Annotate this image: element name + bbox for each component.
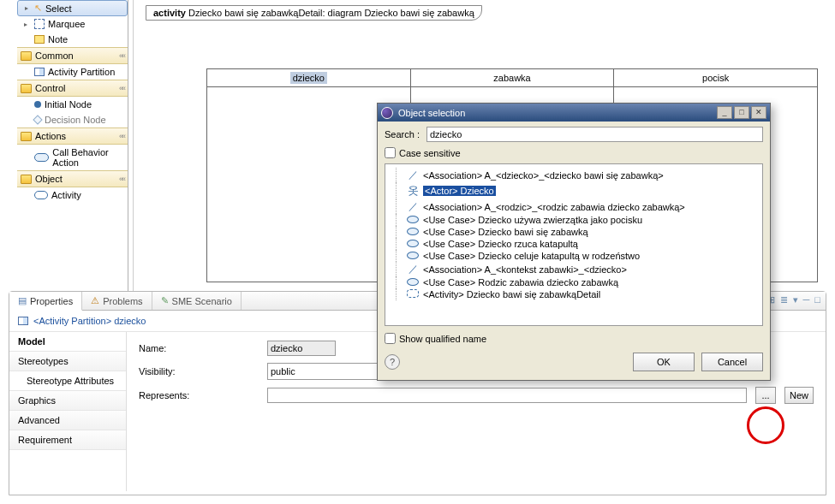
association-icon: ／ (406, 200, 420, 213)
dialog-title-text: Object selection (398, 108, 465, 118)
marquee-icon (34, 19, 45, 29)
tool-marquee[interactable]: ▸ Marquee (17, 16, 128, 32)
tree-item[interactable]: <Use Case> Rodzic zabawia dziecko zabawk… (387, 276, 760, 288)
collapse-icon: «« (119, 51, 124, 60)
usecase-icon (406, 251, 420, 261)
represents-label: Represents: (139, 390, 259, 400)
palette-group-actions[interactable]: Actions «« (17, 127, 128, 145)
tool-decision-node[interactable]: Decision Node (17, 112, 128, 127)
sidenav-model[interactable]: Model (9, 332, 126, 352)
tree-item-label: <Use Case> Dziecko bawi się zabawką (423, 227, 588, 237)
folder-icon (21, 175, 32, 184)
group-label: Common (35, 50, 74, 61)
tree-item-label: <Use Case> Dziecko celuje katapultą w ro… (423, 251, 640, 261)
usecase-icon (406, 239, 420, 249)
tab-problems[interactable]: ⚠ Problems (82, 292, 152, 310)
tree-item[interactable]: <Activity> Dziecko bawi się zabawkąDetai… (387, 288, 760, 300)
folder-icon (21, 51, 32, 61)
activity-icon (406, 289, 420, 299)
group-label: Control (35, 83, 65, 93)
usecase-icon (406, 215, 420, 225)
partition-icon (34, 68, 45, 76)
decision-node-icon (33, 115, 42, 124)
tool-activity[interactable]: Activity (17, 187, 128, 203)
name-input[interactable] (267, 341, 336, 356)
tree-item[interactable]: ／<Association> A_<dziecko>_<dziecko bawi… (387, 168, 760, 182)
represents-browse-button[interactable]: ... (755, 387, 776, 404)
tool-label: Marquee (48, 19, 85, 29)
swimlane-label: pocisk (702, 73, 729, 83)
tree-item[interactable]: 옷<Actor> Dziecko (387, 182, 760, 199)
folder-icon (21, 132, 32, 141)
tab-properties[interactable]: ▤ Properties (9, 292, 82, 311)
minimize-icon[interactable]: ─ (803, 294, 810, 307)
title-stereotype: <Activity Partition> (33, 316, 111, 326)
case-sensitive-checkbox[interactable] (385, 147, 396, 158)
sidenav-stereotypes[interactable]: Stereotypes (9, 352, 126, 371)
toolbar-menu-icon[interactable]: ▾ (793, 294, 798, 307)
dialog-maximize-button[interactable]: □ (734, 106, 749, 119)
eclipse-icon (381, 107, 393, 119)
case-sensitive-label: Case sensitive (399, 148, 461, 158)
dialog-minimize-button[interactable]: _ (717, 106, 732, 119)
palette-group-control[interactable]: Control «« (17, 80, 128, 97)
sidenav-advanced[interactable]: Advanced (9, 411, 126, 430)
panel-toolbar: ⊞ ≣ ▾ ─ □ (762, 292, 826, 310)
tree-item-label: <Use Case> Rodzic zabawia dziecko zabawk… (423, 277, 618, 288)
dialog-titlebar[interactable]: Object selection _ □ ✕ (378, 104, 770, 122)
call-behavior-icon (34, 153, 49, 162)
represents-input[interactable] (267, 388, 747, 403)
sidenav-graphics[interactable]: Graphics (9, 391, 126, 411)
tree-item-label: <Use Case> Dziecko rzuca katapultą (423, 239, 578, 249)
palette-group-common[interactable]: Common «« (17, 47, 128, 64)
tree-item-label: <Association> A_<dziecko>_<dziecko bawi … (423, 170, 664, 181)
usecase-icon (406, 277, 420, 288)
association-icon: ／ (406, 169, 420, 181)
tool-call-behavior-action[interactable]: Call Behavior Action (17, 145, 128, 170)
swimlane-label: zabawka (493, 73, 530, 83)
tool-label: Select (45, 3, 72, 14)
maximize-icon[interactable]: □ (814, 294, 820, 307)
properties-sidenav: Model Stereotypes Stereotype Attributes … (9, 332, 127, 491)
tree-item[interactable]: <Use Case> Dziecko rzuca katapultą (387, 238, 760, 250)
tree-item[interactable]: <Use Case> Dziecko celuje katapultą w ro… (387, 250, 760, 262)
show-qualified-checkbox[interactable] (385, 333, 396, 344)
represents-new-button[interactable]: New (784, 387, 814, 404)
ok-button[interactable]: OK (633, 353, 695, 371)
help-button[interactable]: ? (385, 354, 400, 370)
tool-initial-node[interactable]: Initial Node (17, 97, 128, 112)
tree-item-label: <Association> A_<kontekst zabawki>_<dzie… (423, 264, 627, 275)
sidenav-requirement[interactable]: Requirement (9, 430, 126, 450)
results-tree[interactable]: ／<Association> A_<dziecko>_<dziecko bawi… (385, 163, 763, 326)
tree-item[interactable]: <Use Case> Dziecko używa zwierzątka jako… (387, 214, 760, 226)
toolbar-btn-2[interactable]: ≣ (780, 294, 788, 307)
tool-label: Note (48, 34, 68, 44)
scenario-icon: ✎ (161, 295, 169, 306)
tree-item-label: <Use Case> Dziecko używa zwierzątka jako… (423, 215, 642, 225)
swimlane-label: dziecko (290, 72, 327, 84)
tab-sme-scenario[interactable]: ✎ SME Scenario (152, 292, 242, 310)
folder-icon (21, 84, 32, 93)
dialog-close-button[interactable]: ✕ (751, 106, 766, 119)
tool-label: Initial Node (45, 99, 92, 110)
title-name: dziecko (114, 316, 146, 326)
search-label: Search : (385, 129, 420, 139)
tree-item[interactable]: ／<Association> A_<kontekst zabawki>_<dzi… (387, 262, 760, 276)
search-input[interactable] (426, 127, 763, 142)
palette: ▸↖ Select ▸ Marquee Note Common «« Activ… (17, 0, 128, 291)
visibility-label: Visibility: (139, 366, 259, 377)
initial-node-icon (34, 101, 41, 108)
sidenav-stereotype-attributes[interactable]: Stereotype Attributes (9, 371, 126, 391)
tool-select[interactable]: ▸↖ Select (17, 0, 128, 16)
activity-icon (34, 191, 48, 199)
tree-item[interactable]: ／<Association> A_<rodzic>_<rodzic zabawi… (387, 199, 760, 214)
tree-item[interactable]: <Use Case> Dziecko bawi się zabawką (387, 226, 760, 238)
tool-note[interactable]: Note (17, 32, 128, 47)
cancel-button[interactable]: Cancel (701, 353, 763, 371)
tool-activity-partition[interactable]: Activity Partition (17, 64, 128, 80)
properties-icon: ▤ (18, 295, 27, 306)
show-qualified-label: Show qualified name (399, 334, 486, 344)
tree-item-label: <Association> A_<rodzic>_<rodzic zabawia… (423, 202, 685, 212)
tab-label: Problems (103, 296, 142, 306)
palette-group-object[interactable]: Object «« (17, 170, 128, 187)
